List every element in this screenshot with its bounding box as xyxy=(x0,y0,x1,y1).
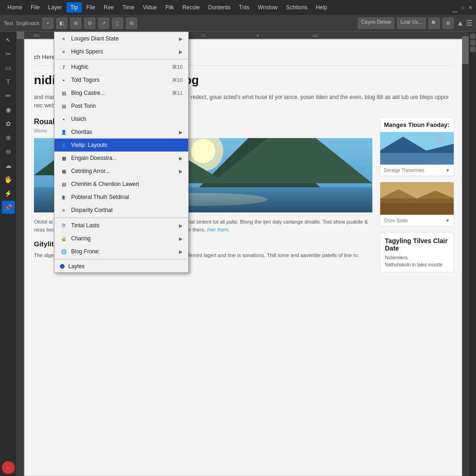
restore-btn[interactable]: ○ xyxy=(461,4,464,11)
tool-rect[interactable]: ▭ xyxy=(2,61,15,74)
dropdown-item-disparity-corthat[interactable]: ≡ Disparity Corthat xyxy=(54,204,188,217)
dropdown-item-post-torin[interactable]: ▤ Post Torin xyxy=(54,99,188,112)
told-icon: ▪ xyxy=(60,76,67,84)
tintal-icon: ⏱ xyxy=(60,222,67,229)
search-btn[interactable]: 🔍 xyxy=(429,18,440,29)
tool-pen[interactable]: ✏ xyxy=(2,89,15,102)
engain-icon: ▩ xyxy=(60,154,67,162)
sidebar-card-3-subtitle: Nclemlers xyxy=(385,255,449,260)
dropdown-item-chorttas[interactable]: 👤 Chorttas ▶ xyxy=(54,126,188,139)
highi-arrow-icon: ▶ xyxy=(179,49,183,54)
left-toolbar: ↖ ✂ ▭ T ✏ ◉ ✿ ⊕ ⊖ ☁ 🖐 ⚡ 📌 ● xyxy=(0,32,17,476)
menu-home[interactable]: Home xyxy=(4,2,26,13)
toolbar-btn-1[interactable]: ▪ xyxy=(42,18,53,29)
menu-schtions[interactable]: Schtions xyxy=(282,2,311,13)
dropdown-item-vielip-layouts[interactable]: 👤 Vielip: Layouts xyxy=(54,139,188,152)
vertical-scrollbar[interactable] xyxy=(462,32,469,476)
grid-btn[interactable]: ⊞ xyxy=(443,18,454,29)
menu-file2[interactable]: File xyxy=(83,2,99,13)
tool-zoom-out[interactable]: ⊖ xyxy=(2,145,15,158)
dropdown-item-layles[interactable]: Layles xyxy=(54,260,188,272)
right-panel xyxy=(469,32,476,476)
doc-name-dropdown[interactable]: Cayos Delow xyxy=(358,18,395,29)
menu-tip[interactable]: Tip xyxy=(66,2,81,13)
toolbar-menu-btn[interactable]: ☰ xyxy=(466,19,472,27)
toolbar-btn-4[interactable]: ⊟ xyxy=(84,18,95,29)
toolbar-btn-3[interactable]: ⊞ xyxy=(70,18,81,29)
tool-circle[interactable]: ◉ xyxy=(2,103,15,116)
dropdown-item-highi-sppers[interactable]: ≡ Highi Sppers ▶ xyxy=(54,45,188,58)
toolbar-btn-cursor[interactable]: ⌶ xyxy=(112,18,123,29)
engain-arrow-icon: ▶ xyxy=(179,156,183,161)
menu-filk[interactable]: Filk xyxy=(162,2,178,13)
menu-tnls[interactable]: Tnls xyxy=(235,2,253,13)
menu-help[interactable]: Help xyxy=(312,2,331,13)
dropdown-item-charing[interactable]: 🔒 Charing ▶ xyxy=(54,232,188,245)
sidebar-card-2-footer: Oriov Sside ▼ xyxy=(380,215,454,226)
uisich-icon: ▪ xyxy=(60,115,67,123)
blog-frone-arrow-icon: ▶ xyxy=(179,249,183,254)
tool-crop[interactable]: ✂ xyxy=(2,47,15,60)
tool-text[interactable]: T xyxy=(2,75,15,88)
chorttas-arrow-icon: ▶ xyxy=(179,130,183,135)
dropdown-item-pobteral-thuih[interactable]: 🗑 Pobteral Thuih Setdinal xyxy=(54,191,188,204)
menu-vidue[interactable]: Vidue xyxy=(139,2,160,13)
toolbar: Text SnglInslch ▪ ◧ ⊞ ⊟ ↗ ⌶ ⊟ Cayos Delo… xyxy=(0,15,476,32)
menu-recole[interactable]: Recole xyxy=(178,2,203,13)
pobteral-icon: 🗑 xyxy=(60,193,67,201)
dropdown-item-told-togors[interactable]: ▪ Told Togors ⌘10 xyxy=(54,73,188,86)
right-panel-btn-2[interactable] xyxy=(470,40,476,46)
right-panel-btn-1[interactable] xyxy=(470,33,476,39)
dropdown-item-engain-doesstra[interactable]: ▩ Engain Doesstra... ▶ xyxy=(54,152,188,165)
dropdown-item-hughic[interactable]: T Hughic ⌘10 xyxy=(54,60,188,73)
dropdown-item-blog-frone[interactable]: 🌐 Blog Frone: ▶ xyxy=(54,245,188,258)
menu-ree[interactable]: Ree xyxy=(100,2,118,13)
tool-hand[interactable]: 🖐 xyxy=(2,173,15,186)
menu-wnstow[interactable]: Wnstow xyxy=(254,2,281,13)
toolbar-btn-2[interactable]: ◧ xyxy=(56,18,67,29)
menu-dontents[interactable]: Dontents xyxy=(205,2,234,13)
dropdown-item-tintal-lasts[interactable]: ⏱ Tintal Lasts ▶ xyxy=(54,219,188,232)
tool-bottom[interactable]: ● xyxy=(2,461,15,474)
svg-text:401: 401 xyxy=(33,33,40,38)
tool-cloud[interactable]: ☁ xyxy=(2,159,15,172)
tool-shape[interactable]: ✿ xyxy=(2,117,15,130)
dropdown-item-louges-diant-state[interactable]: ≡ Louges Diant State ▶ xyxy=(54,32,188,45)
dropdown-item-chimhin-chention[interactable]: ▤ Chimhin & Chention Lawert xyxy=(54,178,188,191)
post-torin-icon: ▤ xyxy=(60,102,67,110)
post-link[interactable]: rher thers. xyxy=(207,227,230,232)
tool-pin[interactable]: 📌 xyxy=(2,201,15,214)
toolbar-up-btn[interactable]: ▲ xyxy=(456,19,464,27)
dropdown-item-cetnting-arror[interactable]: ▦ Cetnting Arror... ▶ xyxy=(54,165,188,178)
menu-time[interactable]: Time xyxy=(119,2,138,13)
sidebar-card-2: Oriov Sside ▼ xyxy=(380,182,454,226)
svg-text:8: 8 xyxy=(257,33,259,38)
minimize-btn[interactable]: _ xyxy=(452,3,457,13)
tool-zoom-in[interactable]: ⊕ xyxy=(2,131,15,144)
nav-search[interactable]: ch Here xyxy=(34,53,55,60)
tool-select[interactable]: ↖ xyxy=(2,33,15,46)
user-dropdown[interactable]: Loar Us... xyxy=(397,18,426,29)
toolbar-btn-5[interactable]: ↗ xyxy=(98,18,109,29)
workspace: ↖ ✂ ▭ T ✏ ◉ ✿ ⊕ ⊖ ☁ 🖐 ⚡ 📌 ● 401 6 18 60 … xyxy=(0,32,476,476)
tool-lightning[interactable]: ⚡ xyxy=(2,187,15,200)
sidebar-card-1-image xyxy=(380,132,454,165)
disparity-icon: ≡ xyxy=(60,206,67,214)
svg-rect-22 xyxy=(380,153,454,165)
filter-icon[interactable]: ▼ xyxy=(445,168,450,173)
sidebar-card-3-body: Nathuhskoln in tales muorte xyxy=(385,262,449,267)
dropdown-item-blog-castre[interactable]: ▤ Blog Castre... ⌘11 xyxy=(54,86,188,99)
menu-layer[interactable]: Layer xyxy=(44,2,66,13)
scrollbar-thumb[interactable] xyxy=(462,36,469,64)
menu-file[interactable]: File xyxy=(27,2,43,13)
close-btn[interactable]: × xyxy=(469,4,472,11)
toolbar-snap-label: SnglInslch xyxy=(16,20,40,26)
divider-2 xyxy=(54,218,188,218)
dropdown-item-uisich[interactable]: ▪ Uisich xyxy=(54,112,188,126)
sidebar-card-3: Tagyling Tilves Clair Date Nclemlers Nat… xyxy=(380,232,454,272)
toolbar-btn-align[interactable]: ⊟ xyxy=(126,18,137,29)
blog-castre-icon: ▤ xyxy=(60,89,67,97)
filter2-icon[interactable]: ▼ xyxy=(445,218,450,223)
right-panel-btn-3[interactable] xyxy=(470,46,476,52)
toolbar-text-label: Text xyxy=(4,20,13,26)
